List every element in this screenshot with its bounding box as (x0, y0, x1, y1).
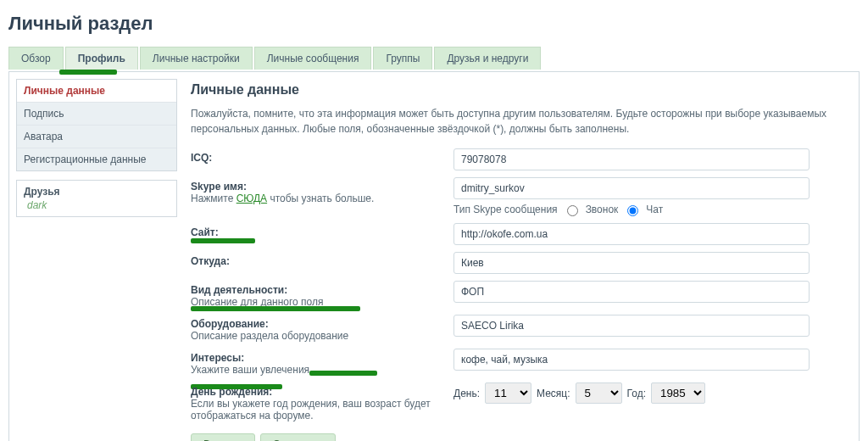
skype-type-chat-radio[interactable] (627, 205, 638, 216)
occupation-label-text: Вид деятельности: (191, 284, 287, 296)
skype-hint: Нажмите СЮДА чтобы узнать больше. (191, 193, 374, 204)
highlight-mark-icon (309, 371, 377, 376)
skype-type-chat-label: Чат (646, 204, 663, 215)
website-label: Сайт: (191, 223, 453, 238)
birthday-month-select[interactable]: 5 (576, 382, 622, 404)
tab-bar: Обзор Профиль Личные настройки Личные со… (8, 47, 860, 70)
website-label-text: Сайт: (191, 226, 219, 238)
sidebar-friend-link[interactable]: dark (24, 199, 170, 211)
form-buttons: Вернуть Отправить (191, 433, 847, 441)
birthday-year-select[interactable]: 1985 (651, 382, 705, 404)
field-row-interests: Интересы: Укажите ваши увлечения (191, 349, 847, 376)
skype-hint-pre: Нажмите (191, 193, 236, 204)
birthday-year-label: Год: (627, 388, 646, 399)
tab-pm[interactable]: Личные сообщения (254, 47, 372, 70)
skype-help-link[interactable]: СЮДА (236, 193, 267, 204)
interests-hint: Укажите ваши увлечения (191, 364, 309, 376)
field-row-equipment: Оборудование: Описание раздела оборудова… (191, 315, 847, 342)
field-row-website: Сайт: (191, 223, 847, 245)
sidebar-menu: Личные данные Подпись Аватара Регистраци… (16, 79, 177, 171)
main-content: Личные данные Пожалуйста, помните, что э… (186, 79, 852, 441)
field-row-from: Откуда: (191, 252, 847, 274)
skype-type-row: Тип Skype сообщения Звонок Чат (453, 203, 847, 216)
content-title: Личные данные (191, 82, 847, 98)
reset-button[interactable]: Вернуть (191, 433, 255, 441)
sidebar-friends-box: Друзья dark (16, 180, 177, 217)
birthday-month-label: Месяц: (537, 388, 570, 399)
equipment-input[interactable] (453, 315, 810, 337)
from-input[interactable] (453, 252, 810, 274)
sidebar: Личные данные Подпись Аватара Регистраци… (16, 79, 177, 441)
skype-label-text: Skype имя: (191, 181, 247, 193)
from-label: Откуда: (191, 252, 453, 267)
skype-hint-post: чтобы узнать больше. (267, 193, 374, 204)
field-row-skype: Skype имя: Нажмите СЮДА чтобы узнать бол… (191, 177, 847, 216)
icq-label-text: ICQ: (191, 152, 212, 164)
sidebar-friends-title: Друзья (24, 186, 170, 198)
birthday-label: День рождения: Если вы укажете год рожде… (191, 382, 453, 421)
tab-groups[interactable]: Группы (373, 47, 432, 70)
skype-type-call-radio[interactable] (567, 205, 578, 216)
occupation-input[interactable] (453, 281, 810, 303)
skype-type-call-label: Звонок (586, 204, 619, 215)
skype-type-label: Тип Skype сообщения (453, 204, 558, 215)
from-label-text: Откуда: (191, 255, 230, 267)
highlight-mark-icon (191, 306, 360, 311)
tab-overview[interactable]: Обзор (8, 47, 64, 70)
tab-prefs[interactable]: Личные настройки (140, 47, 253, 70)
equipment-label-text: Оборудование: (191, 318, 269, 330)
interests-input[interactable] (453, 349, 810, 371)
birthday-day-label: День: (453, 388, 480, 399)
equipment-hint: Описание раздела оборудование (191, 330, 348, 342)
skype-label: Skype имя: Нажмите СЮДА чтобы узнать бол… (191, 177, 453, 204)
sidebar-item-personal-data[interactable]: Личные данные (17, 80, 176, 103)
interests-label: Интересы: Укажите ваши увлечения (191, 349, 453, 376)
website-input[interactable] (453, 223, 810, 245)
skype-input[interactable] (453, 177, 810, 199)
tab-profile[interactable]: Профиль (65, 47, 138, 70)
interests-label-text: Интересы: (191, 352, 244, 364)
birthday-day-select[interactable]: 11 (485, 382, 531, 404)
field-row-icq: ICQ: (191, 148, 847, 170)
highlight-mark-icon (59, 70, 117, 75)
sidebar-item-signature[interactable]: Подпись (17, 103, 176, 126)
birthday-hint: Если вы укажете год рождения, ваш возрас… (191, 398, 431, 421)
equipment-label: Оборудование: Описание раздела оборудова… (191, 315, 453, 342)
sidebar-item-reg-data[interactable]: Регистрационные данные (17, 148, 176, 170)
highlight-mark-icon (191, 238, 255, 243)
tab-friends[interactable]: Друзья и недруги (434, 47, 541, 70)
icq-label: ICQ: (191, 148, 453, 164)
icq-input[interactable] (453, 148, 810, 170)
birthday-label-text: День рождения: (191, 386, 272, 398)
sidebar-item-avatar[interactable]: Аватара (17, 126, 176, 148)
field-row-birthday: День рождения: Если вы укажете год рожде… (191, 382, 847, 421)
content-intro: Пожалуйста, помните, что эта информация … (191, 106, 847, 137)
page-title: Личный раздел (8, 13, 860, 35)
occupation-label: Вид деятельности: Описание для данного п… (191, 281, 453, 308)
submit-button[interactable]: Отправить (260, 433, 337, 441)
field-row-occupation: Вид деятельности: Описание для данного п… (191, 281, 847, 308)
main-panel: Личные данные Подпись Аватара Регистраци… (8, 71, 860, 441)
